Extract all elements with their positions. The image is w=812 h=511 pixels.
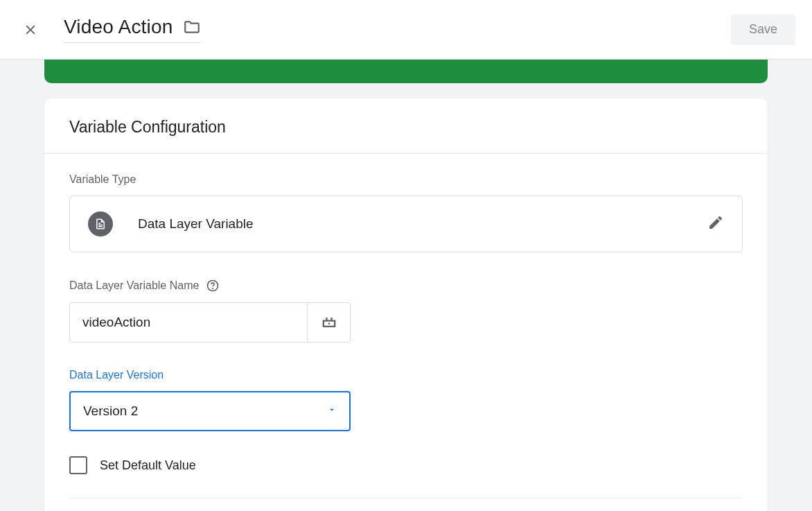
set-default-label: Set Default Value [100,458,196,473]
version-label: Data Layer Version [69,369,743,381]
panel-title: Variable Configuration [69,118,743,137]
version-select[interactable]: Version 2 [69,391,351,431]
variable-name-input[interactable] [69,302,308,343]
save-button[interactable]: Save [731,15,795,45]
close-icon [23,22,38,37]
data-layer-icon [88,211,113,236]
content-area: Variable Configuration Variable Type Dat… [0,60,812,511]
edit-icon [707,214,724,234]
variable-type-label: Variable Type [69,173,743,186]
set-default-checkbox[interactable] [69,456,87,474]
svg-rect-1 [328,323,329,324]
variable-configuration-panel: Variable Configuration Variable Type Dat… [44,98,768,511]
variable-type-value: Data Layer Variable [138,216,254,232]
dropdown-arrow-icon [327,405,337,417]
variable-name-label: Data Layer Variable Name [69,279,743,293]
title-container: Video Action [64,16,201,43]
page-title[interactable]: Video Action [64,16,173,38]
variable-name-row [69,302,743,343]
version-value: Version 2 [83,404,138,419]
folder-icon[interactable] [183,18,201,36]
help-icon[interactable] [206,279,220,293]
divider [69,498,743,499]
panel-header: Variable Configuration [44,98,768,154]
close-button[interactable] [17,16,44,44]
panel-body: Variable Type Data Layer Variable Data L… [44,154,768,511]
insert-variable-button[interactable] [308,302,351,343]
variable-type-selector[interactable]: Data Layer Variable [69,196,743,252]
brick-icon [319,313,339,332]
notification-banner [44,60,768,83]
header-bar: Video Action Save [0,0,812,60]
set-default-row: Set Default Value [69,456,743,474]
